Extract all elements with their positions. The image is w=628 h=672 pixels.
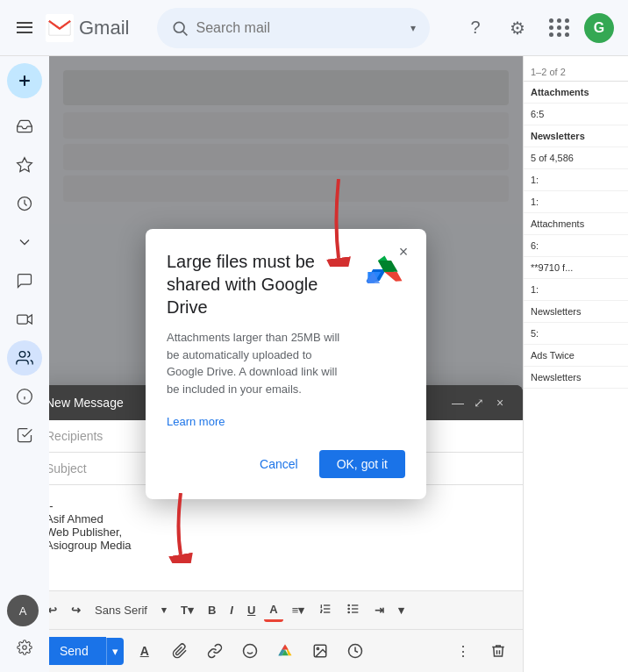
- dialog-content: Large files must be shared with Google D…: [167, 250, 405, 429]
- email-row[interactable]: 1:: [524, 279, 628, 301]
- dialog-body: Attachments larger than 25MB will be aut…: [167, 329, 349, 397]
- search-dropdown-icon[interactable]: ▾: [410, 22, 416, 34]
- sidebar-item-chat[interactable]: [7, 263, 42, 298]
- large-files-dialog: × Large files must be shared with Google…: [146, 229, 426, 499]
- email-row[interactable]: Newsletters: [524, 125, 628, 147]
- email-row[interactable]: 6:5: [524, 104, 628, 125]
- dialog-ok-btn[interactable]: OK, got it: [319, 450, 405, 478]
- sidebar-bottom: A: [7, 588, 42, 665]
- sidebar-item-snoozed[interactable]: [7, 186, 42, 221]
- sidebar-item-contacts[interactable]: [7, 340, 42, 375]
- settings-button[interactable]: ⚙: [500, 11, 535, 46]
- email-row[interactable]: Newsletters: [524, 367, 628, 389]
- svg-point-15: [23, 646, 27, 650]
- compose-button[interactable]: [7, 63, 42, 98]
- dialog-cancel-btn[interactable]: Cancel: [246, 450, 312, 478]
- search-bar[interactable]: ▾: [157, 8, 430, 48]
- search-icon: [171, 19, 189, 37]
- menu-icon[interactable]: [14, 18, 35, 39]
- email-row[interactable]: 1:: [524, 169, 628, 191]
- topbar: Gmail ▾ ? ⚙ G: [0, 0, 628, 56]
- svg-line-5: [183, 31, 188, 35]
- sidebar-item-inbox[interactable]: [7, 109, 42, 144]
- email-row[interactable]: 6:: [524, 235, 628, 257]
- dialog-actions: Cancel OK, got it: [167, 450, 405, 478]
- dialog-title: Large files must be shared with Google D…: [167, 250, 349, 318]
- svg-point-4: [175, 22, 185, 32]
- avatar[interactable]: G: [584, 13, 614, 43]
- dialog-close-btn[interactable]: ×: [391, 239, 416, 264]
- dialog-text-block: Large files must be shared with Google D…: [167, 250, 349, 429]
- svg-point-11: [19, 352, 25, 358]
- sidebar: A: [0, 56, 49, 672]
- dialog-overlay: × Large files must be shared with Google…: [49, 56, 523, 672]
- apps-button[interactable]: [542, 11, 577, 46]
- search-input[interactable]: [196, 20, 403, 36]
- email-row[interactable]: **9710 f...: [524, 257, 628, 279]
- sidebar-item-user[interactable]: A: [7, 595, 39, 626]
- email-row[interactable]: Attachments: [524, 82, 628, 104]
- sidebar-item-info[interactable]: [7, 379, 42, 414]
- apps-grid-icon: [549, 18, 570, 37]
- email-row[interactable]: 5:: [524, 323, 628, 345]
- sidebar-item-settings-bottom[interactable]: [7, 630, 42, 665]
- email-row[interactable]: Attachments: [524, 213, 628, 235]
- sidebar-item-more[interactable]: [7, 225, 42, 260]
- email-row[interactable]: 5 of 4,586: [524, 147, 628, 169]
- help-button[interactable]: ?: [458, 11, 493, 46]
- gmail-logo-m: [46, 14, 74, 42]
- gmail-logo: Gmail: [46, 14, 129, 42]
- email-panel: 1–2 of 2 Attachments 6:5 Newsletters 5 o…: [523, 56, 628, 672]
- svg-marker-8: [18, 158, 32, 172]
- email-row[interactable]: 1:: [524, 191, 628, 213]
- content-area: New Message — ⤢ × Recipients Subject -- …: [49, 56, 523, 672]
- main-layout: A New Message — ⤢ ×: [0, 56, 628, 672]
- learn-more-link[interactable]: Learn more: [167, 415, 225, 428]
- sidebar-item-starred[interactable]: [7, 147, 42, 182]
- gmail-logo-text: Gmail: [79, 17, 129, 39]
- sidebar-item-tasks[interactable]: [7, 418, 42, 453]
- topbar-right: ? ⚙ G: [458, 11, 614, 46]
- svg-rect-10: [18, 315, 28, 324]
- email-row[interactable]: Newsletters: [524, 301, 628, 323]
- email-panel-header: 1–2 of 2: [524, 63, 628, 82]
- sidebar-item-meet[interactable]: [7, 302, 42, 337]
- email-row[interactable]: Ads Twice: [524, 345, 628, 367]
